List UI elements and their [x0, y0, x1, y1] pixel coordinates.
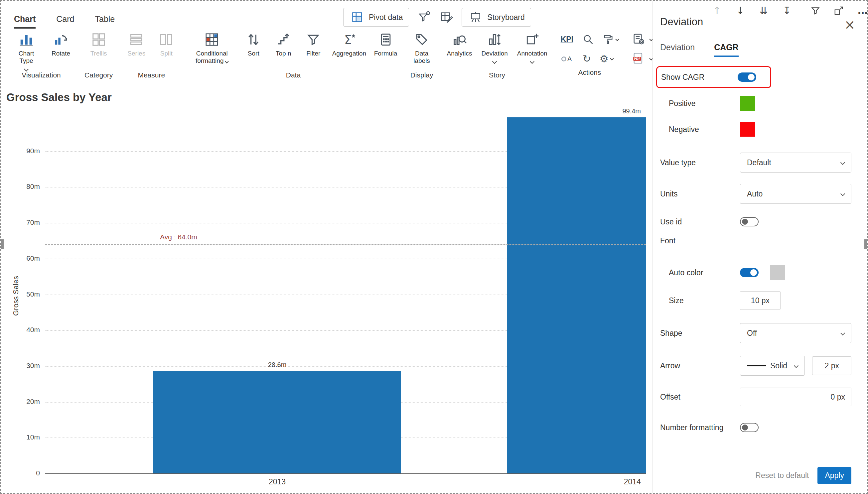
y-tick-label: 0 [7, 469, 40, 477]
deviation-button[interactable]: Deviation [482, 31, 508, 63]
deviation-label: Deviation [482, 50, 508, 57]
trellis-button[interactable]: Trellis [89, 31, 109, 57]
move-up-icon[interactable]: ↑ [711, 5, 723, 16]
panel-title: Deviation [660, 16, 703, 28]
annotation-icon [525, 31, 540, 48]
group-category: Trellis Category [84, 29, 113, 79]
export-settings-button[interactable] [632, 33, 653, 46]
shape-dropdown[interactable]: Off [740, 323, 851, 343]
ribbon-tools: Chart Type Rotate Visualization [1, 29, 653, 79]
offset-input[interactable]: 0 px [740, 387, 851, 406]
value-type-dropdown[interactable]: Default [740, 153, 851, 173]
rotate-icon [53, 31, 69, 48]
bar-2013[interactable] [153, 371, 401, 473]
use-id-toggle[interactable] [740, 217, 759, 226]
number-formatting-toggle[interactable] [740, 423, 759, 432]
export-pdf-button[interactable]: PDF [632, 52, 653, 65]
offset-label: Offset [660, 392, 740, 402]
conditional-formatting-button[interactable]: Conditional formatting [190, 31, 234, 65]
arrow-width-input[interactable]: 2 px [812, 356, 851, 375]
rotate-label: Rotate [52, 50, 70, 57]
storyboard-button[interactable]: Storyboard [461, 8, 531, 26]
units-dropdown[interactable]: Auto [740, 184, 851, 204]
format-painter-button[interactable] [603, 34, 619, 45]
tab-cagr[interactable]: CAGR [714, 42, 739, 57]
auto-color-toggle[interactable] [740, 268, 759, 277]
ribbon: Chart Card Table Pivot data [1, 1, 653, 84]
arrow-style-dropdown[interactable]: Solid [740, 356, 805, 376]
chevron-down-icon [841, 331, 845, 336]
chevron-down-icon [24, 67, 29, 72]
sort-label: Sort [248, 50, 259, 57]
expand-icon[interactable] [834, 6, 845, 16]
shape-value: Off [747, 329, 757, 338]
font-size-input[interactable]: 10 px [740, 291, 780, 310]
aggregation-button[interactable]: Σ Aggregation [333, 31, 365, 57]
annotation-button[interactable]: Annotation [517, 31, 547, 63]
move-all-down-icon[interactable]: ⇊ [758, 5, 769, 16]
annotation-highlight-box: Show CAGR [656, 66, 771, 88]
rotate-button[interactable]: Rotate [51, 31, 71, 57]
close-icon[interactable]: × [844, 18, 855, 31]
move-down-icon[interactable]: ↓ [735, 5, 746, 16]
tab-deviation[interactable]: Deviation [660, 42, 695, 57]
top-n-button[interactable]: Top n [273, 31, 294, 57]
chart-type-button[interactable]: Chart Type [11, 31, 41, 71]
group-display: Data labels Display [410, 29, 434, 79]
x-axis-line [45, 473, 646, 474]
solid-line-icon [747, 365, 766, 366]
formula-icon [378, 31, 393, 48]
trellis-icon [91, 31, 107, 48]
sort-icon [246, 31, 261, 48]
y-tick-label: 20m [7, 398, 40, 405]
filter-button[interactable]: Filter [303, 31, 324, 57]
group-story: Analytics Deviation [447, 29, 547, 79]
font-section-label: Font [660, 236, 851, 245]
panel-tabs: Deviation CAGR [653, 42, 866, 57]
kpi-button[interactable]: KPI [561, 35, 573, 44]
pivot-data-button[interactable]: Pivot data [343, 8, 409, 26]
table-edit-button[interactable] [439, 9, 454, 25]
filter-icon[interactable] [810, 6, 822, 16]
panel-header: ↑ ↓ ⇊ ↧ … Deviation × [653, 1, 866, 41]
chart-type-label: Chart Type [11, 50, 41, 65]
series-button[interactable]: Series [126, 31, 147, 57]
search-icon[interactable] [582, 33, 594, 45]
positive-color-swatch[interactable] [740, 96, 755, 111]
highlight-color-button[interactable]: A [561, 53, 574, 64]
sort-button[interactable]: Sort [243, 31, 264, 57]
analytics-button[interactable]: Analytics [447, 31, 472, 57]
y-tick-label: 90m [7, 147, 40, 155]
resize-handle-left[interactable] [1, 239, 4, 249]
apply-button[interactable]: Apply [817, 467, 851, 484]
chevron-down-icon [492, 59, 497, 64]
reset-to-default-button[interactable]: Reset to default [755, 471, 809, 480]
negative-label: Negative [660, 125, 740, 134]
resize-handle-right[interactable] [864, 239, 867, 249]
plot-region: 010m20m30m40m50m60m70m80m90m28.6m201399.… [1, 84, 646, 493]
tab-table[interactable]: Table [95, 14, 115, 28]
font-color-swatch[interactable] [770, 265, 785, 280]
data-labels-button[interactable]: Data labels [410, 31, 434, 65]
group-label-display: Display [410, 71, 433, 79]
chevron-down-icon [841, 191, 845, 196]
chart-type-icon [19, 31, 34, 48]
ribbon-tabs: Chart Card Table Pivot data [1, 1, 653, 28]
more-icon[interactable]: … [857, 5, 868, 16]
bar-value-label: 28.6m [153, 361, 401, 369]
tab-chart[interactable]: Chart [14, 14, 36, 28]
font-size-value: 10 px [751, 296, 770, 305]
tab-card[interactable]: Card [56, 14, 74, 28]
split-button[interactable]: Split [156, 31, 176, 57]
bar-2014[interactable] [507, 117, 646, 473]
size-label: Size [660, 296, 740, 305]
negative-color-swatch[interactable] [740, 122, 755, 137]
show-cagr-toggle[interactable] [738, 73, 756, 82]
settings-gear-button[interactable]: ⚙ [600, 53, 613, 64]
aggregation-label: Aggregation [332, 50, 366, 57]
move-to-bottom-icon[interactable]: ↧ [781, 5, 793, 16]
refresh-icon[interactable]: ↻ [583, 53, 591, 64]
formula-button[interactable]: Formula [375, 31, 396, 57]
group-label-visualization: Visualization [22, 71, 61, 79]
filter-badge-button[interactable] [416, 9, 432, 25]
